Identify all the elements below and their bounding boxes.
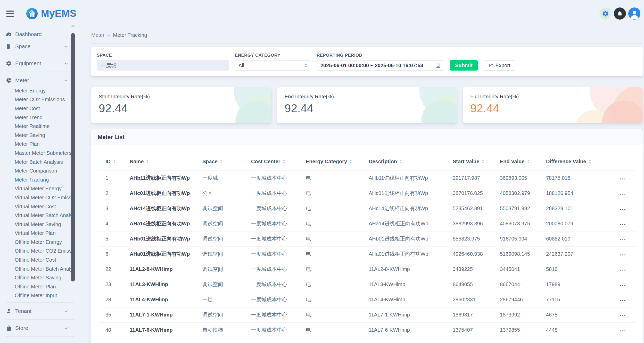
name-cell: AHa14进线柜正向有功Wp: [122, 216, 195, 231]
sidebar-scrollbar[interactable]: [71, 33, 75, 281]
chevron-down-icon: [64, 44, 69, 49]
sidebar-item-offline-meter-cost[interactable]: Offline Meter Cost: [0, 255, 79, 264]
sidebar-item-offline-meter-co2-emissions[interactable]: Offline Meter CO2 Emissions: [0, 247, 79, 256]
space-cell: 公区: [195, 186, 244, 201]
row-more-options-button[interactable]: [620, 266, 626, 272]
stat-card-full-integrity: Full Integrity Rate(%) 92.44: [463, 87, 643, 123]
hamburger-menu-icon[interactable]: [6, 11, 14, 17]
start-value-cell: 28602331: [445, 292, 492, 307]
space-cell: 调试空间: [195, 262, 244, 277]
sidebar-item-meter-cost[interactable]: Meter Cost: [0, 104, 79, 113]
start-value-cell: 4926460.938: [445, 246, 492, 262]
difference-value-cell: 4675: [539, 307, 590, 322]
calendar-icon[interactable]: [435, 63, 441, 68]
row-more-options-button[interactable]: [620, 327, 626, 333]
row-more-options-button[interactable]: [620, 281, 626, 287]
sidebar-item-virtual-meter-saving[interactable]: Virtual Meter Saving: [0, 220, 79, 229]
column-header-name[interactable]: Name: [122, 153, 195, 170]
energy-category-cell: 电: [298, 216, 361, 231]
space-input[interactable]: [97, 60, 229, 71]
sidebar-item-meter-trend[interactable]: Meter Trend: [0, 113, 79, 122]
sidebar-item-meter-energy[interactable]: Meter Energy: [0, 86, 79, 95]
sidebar-item-virtual-meter-batch-analysis[interactable]: Virtual Meter Batch Analysis: [0, 211, 79, 220]
row-more-options-button[interactable]: [620, 236, 626, 242]
row-more-options-button[interactable]: [620, 251, 626, 257]
energy-category-select[interactable]: All: [235, 60, 311, 71]
sidebar-item-meter-tracking[interactable]: Meter Tracking: [0, 175, 79, 184]
sidebar-item-space[interactable]: Space: [0, 40, 79, 52]
difference-value-cell: 200080.079: [539, 216, 590, 231]
brand-logo[interactable]: MyEMS: [26, 7, 77, 20]
sidebar-item-offline-meter-batch-analysis[interactable]: Offline Meter Batch Analysis: [0, 264, 79, 273]
sidebar-scroll-up-arrow[interactable]: [71, 25, 75, 27]
sidebar-item-meter-realtime[interactable]: Meter Realtime: [0, 122, 79, 131]
sidebar-item-meter-saving[interactable]: Meter Saving: [0, 131, 79, 140]
sidebar-item-master-meter-submeters-balance[interactable]: Master Meter Submeters Balance: [0, 149, 79, 158]
sidebar-item-meter-co2-emissions[interactable]: Meter CO2 Emissions: [0, 95, 79, 104]
column-header-end-value[interactable]: End Value: [492, 153, 539, 170]
sidebar-item-virtual-meter-plan[interactable]: Virtual Meter Plan: [0, 229, 79, 238]
settings-button[interactable]: [599, 7, 612, 20]
building-icon: [6, 43, 12, 49]
sidebar-divider: [6, 72, 74, 72]
column-header-id[interactable]: ID: [98, 153, 122, 170]
submit-button[interactable]: Submit: [450, 60, 478, 71]
end-value-cell: 1873992: [492, 307, 539, 322]
actions-cell: [590, 322, 636, 338]
filter-panel: SPACE ENERGY CATEGORY All REPORTING PERI…: [91, 47, 643, 76]
sidebar-item-meter-batch-analysis[interactable]: Meter Batch Analysis: [0, 158, 79, 167]
chevron-down-icon: [64, 309, 69, 313]
sidebar-item-offline-meter-input[interactable]: Offline Meter Input: [0, 291, 79, 300]
reporting-period-input[interactable]: [317, 60, 444, 71]
sidebar-item-dashboard[interactable]: Dashboard: [0, 28, 79, 40]
row-more-options-button[interactable]: [620, 190, 626, 196]
sort-icon: [113, 159, 116, 165]
export-button[interactable]: Export: [484, 60, 515, 71]
difference-value-cell: 4448: [539, 322, 590, 338]
user-avatar[interactable]: [628, 7, 640, 20]
gear-icon: [602, 10, 609, 17]
gear-icon: [6, 60, 12, 66]
sidebar-item-virtual-meter-energy[interactable]: Virtual Meter Energy: [0, 184, 79, 193]
sidebar-item-meter-plan[interactable]: Meter Plan: [0, 140, 79, 149]
sidebar-divider: [6, 336, 74, 337]
sidebar-item-equipment[interactable]: Equipment: [0, 57, 79, 69]
sidebar-divider: [6, 55, 74, 55]
row-more-options-button[interactable]: [620, 312, 626, 318]
sidebar-item-meter-comparison[interactable]: Meter Comparison: [0, 166, 79, 175]
difference-value-cell: 60882.019: [539, 231, 590, 246]
row-more-options-button[interactable]: [620, 297, 626, 303]
energy-category-cell: 电: [298, 307, 361, 322]
sidebar-item-offline-meter-saving[interactable]: Offline Meter Saving: [0, 273, 79, 282]
name-cell: AHb11进线柜正向有功Wp: [122, 170, 195, 186]
sidebar-item-virtual-meter-co2-emissions[interactable]: Virtual Meter CO2 Emissions: [0, 193, 79, 202]
column-header-difference-value[interactable]: Difference Value: [539, 153, 590, 170]
column-header-cost-center[interactable]: Cost Center: [244, 153, 298, 170]
row-more-options-button[interactable]: [620, 205, 626, 211]
sidebar-item-offline-meter-plan[interactable]: Offline Meter Plan: [0, 282, 79, 291]
notifications-button[interactable]: [614, 7, 626, 20]
start-value-cell: 291717.987: [445, 170, 492, 186]
column-header-energy-category[interactable]: Energy Category: [298, 153, 361, 170]
row-more-options-button[interactable]: [620, 221, 626, 227]
actions-cell: [590, 231, 636, 246]
breadcrumb-parent[interactable]: Meter: [91, 32, 104, 38]
sidebar-divider: [6, 319, 74, 320]
table-row: 1AHb11进线柜正向有功Wp一度城一度城成本中心电AHb11进线柜正向有功Wp…: [98, 170, 636, 186]
id-cell: 5: [98, 231, 122, 246]
sidebar-item-tenant[interactable]: Tenant: [0, 305, 79, 317]
column-header-space[interactable]: Space: [195, 153, 244, 170]
sidebar-item-virtual-meter-cost[interactable]: Virtual Meter Cost: [0, 202, 79, 211]
stat-value: 92.44: [470, 102, 643, 115]
column-header-description[interactable]: Description: [361, 153, 445, 170]
column-header-start-value[interactable]: Start Value: [445, 153, 492, 170]
sidebar-item-store[interactable]: Store: [0, 322, 79, 334]
id-cell: 3: [98, 201, 122, 216]
sidebar-item-meter[interactable]: Meter: [0, 74, 79, 86]
energy-category-cell: 电: [298, 170, 361, 186]
row-more-options-button[interactable]: [620, 175, 626, 181]
sidebar-item-offline-meter-energy[interactable]: Offline Meter Energy: [0, 238, 79, 247]
table-row: 2811AL4-KWHimp一层一度城成本中心电11AL4-KWHimp2860…: [98, 292, 636, 307]
sort-icon: [527, 159, 530, 165]
chevron-up-icon: [64, 78, 69, 83]
